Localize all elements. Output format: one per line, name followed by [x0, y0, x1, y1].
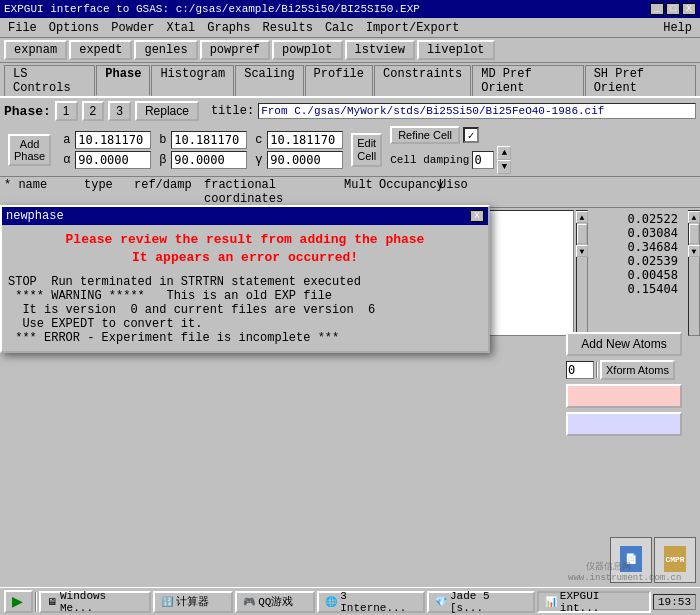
add-new-atoms-button[interactable]: Add New Atoms — [566, 332, 682, 356]
cell-damping-label: Cell damping — [390, 154, 469, 166]
scroll-down-button[interactable]: ▼ — [576, 245, 588, 257]
taskbar-expgui[interactable]: 📊 EXPGUI int... — [537, 591, 651, 613]
col-type: type — [84, 178, 134, 206]
misc-value-2: 0.03084 — [590, 226, 686, 240]
taskbar-windows-label: Windows Me... — [60, 590, 143, 614]
beta-input[interactable] — [171, 151, 247, 169]
menu-calc[interactable]: Calc — [319, 19, 360, 37]
a-input[interactable]: 10.181170 — [75, 131, 151, 149]
tab-phase[interactable]: Phase — [96, 65, 150, 96]
tab-ls-controls[interactable]: LS Controls — [4, 65, 95, 96]
c-input[interactable] — [267, 131, 343, 149]
tab-profile[interactable]: Profile — [305, 65, 373, 96]
powplot-button[interactable]: powplot — [272, 40, 342, 60]
taskbar: ▶ 🖥 Windows Me... 🔢 计算器 🎮 QQ游戏 🌐 3 Inter… — [0, 587, 700, 615]
gamma-input[interactable] — [267, 151, 343, 169]
b-label: b — [159, 133, 169, 147]
expedt-button[interactable]: expedt — [69, 40, 132, 60]
xform-atoms-button[interactable]: Xform Atoms — [600, 360, 675, 380]
taskbar-qq[interactable]: 🎮 QQ游戏 — [235, 591, 315, 613]
dialog-error-line1: Please review the result from adding the… — [8, 231, 482, 249]
c-label: c — [255, 133, 265, 147]
misc-value-6: 0.15404 — [590, 282, 686, 296]
pink-box — [566, 384, 682, 408]
refine-cell-button[interactable]: Refine Cell — [390, 126, 460, 144]
dialog-console: STOP Run terminated in STRTRN statement … — [8, 275, 482, 345]
taskbar-jade-label: Jade 5 [s... — [450, 590, 527, 614]
start-button[interactable]: ▶ — [4, 590, 33, 613]
menu-help[interactable]: Help — [657, 19, 698, 37]
damping-down-button[interactable]: ▼ — [497, 160, 511, 174]
dialog-title: newphase — [6, 209, 64, 223]
menu-xtal[interactable]: Xtal — [160, 19, 201, 37]
menu-results[interactable]: Results — [256, 19, 318, 37]
tab-md-pref[interactable]: MD Pref Orient — [472, 65, 583, 96]
edit-cell-button[interactable]: Edit Cell — [351, 133, 382, 167]
col-uiso: Uiso — [439, 178, 479, 206]
taskbar-expgui-label: EXPGUI int... — [560, 590, 643, 614]
cell-damping-input[interactable] — [472, 151, 494, 169]
dialog-close-button[interactable]: X — [470, 210, 484, 222]
tab-constraints[interactable]: Constraints — [374, 65, 471, 96]
menu-importexport[interactable]: Import/Export — [360, 19, 466, 37]
table-header: * name type ref/damp fractional coordina… — [0, 176, 700, 208]
taskbar-jade[interactable]: 💎 Jade 5 [s... — [427, 591, 535, 613]
beta-label: β — [159, 153, 169, 167]
refine-cell-checkbox[interactable]: ✓ — [463, 127, 479, 143]
maximize-button[interactable]: □ — [666, 3, 680, 15]
close-window-button[interactable]: X — [682, 3, 696, 15]
taskbar-calculator[interactable]: 🔢 计算器 — [153, 591, 233, 613]
gamma-label: γ — [255, 153, 265, 167]
minimize-button[interactable]: _ — [650, 3, 664, 15]
genles-button[interactable]: genles — [134, 40, 197, 60]
dialog-error-text: Please review the result from adding the… — [8, 231, 482, 267]
taskbar-calc-label: 计算器 — [176, 594, 209, 609]
misc-scroll-down[interactable]: ▼ — [688, 245, 700, 257]
a-label: a — [63, 133, 73, 147]
tab-sh-pref[interactable]: SH Pref Orient — [585, 65, 696, 96]
col-refdamp: ref/damp — [134, 178, 204, 206]
scroll-up-button[interactable]: ▲ — [576, 211, 588, 223]
misc-scrollbar[interactable]: ▲ ▼ — [688, 210, 700, 336]
title-value[interactable]: From C./gsas/MyWork/stds/Bi25Si50/Bi25Fe… — [258, 103, 696, 119]
menu-powder[interactable]: Powder — [105, 19, 160, 37]
blue-box — [566, 412, 682, 436]
alpha-input[interactable]: 90.0000 — [75, 151, 151, 169]
phase-2-button[interactable]: 2 — [82, 101, 105, 121]
title-bar-buttons: _ □ X — [650, 3, 696, 15]
col-frac-coords: fractional coordinates — [204, 178, 344, 206]
replace-button[interactable]: Replace — [135, 101, 199, 121]
xform-input[interactable] — [566, 361, 594, 379]
taskbar-windows[interactable]: 🖥 Windows Me... — [39, 591, 151, 613]
lstview-button[interactable]: lstview — [345, 40, 415, 60]
add-phase-button[interactable]: Add Phase — [8, 134, 51, 166]
dialog-titlebar: newphase X — [2, 207, 488, 225]
liveplot-button[interactable]: liveplot — [417, 40, 495, 60]
damping-up-button[interactable]: ▲ — [497, 146, 511, 160]
phase-3-button[interactable]: 3 — [108, 101, 131, 121]
taskbar-internet[interactable]: 🌐 3 Interne... — [317, 591, 425, 613]
menu-file[interactable]: File — [2, 19, 43, 37]
tab-scaling[interactable]: Scaling — [235, 65, 303, 96]
col-occupancy: Occupancy — [379, 178, 439, 206]
scroll-thumb[interactable] — [577, 224, 587, 244]
title-label: title: — [211, 104, 254, 118]
taskbar-internet-label: 3 Interne... — [340, 590, 417, 614]
misc-scroll-thumb[interactable] — [689, 224, 699, 244]
misc-scroll-up[interactable]: ▲ — [688, 211, 700, 223]
col-name: * name — [4, 178, 84, 206]
powpref-button[interactable]: powpref — [200, 40, 270, 60]
menu-bar: File Options Powder Xtal Graphs Results … — [0, 18, 700, 38]
menu-options[interactable]: Options — [43, 19, 105, 37]
expnam-button[interactable]: expnam — [4, 40, 67, 60]
tab-strip: LS Controls Phase Histogram Scaling Prof… — [0, 63, 700, 96]
b-input[interactable] — [171, 131, 247, 149]
phase-label: Phase: — [4, 104, 51, 119]
phase-1-button[interactable]: 1 — [55, 101, 78, 121]
title-bar: EXPGUI interface to GSAS: c:/gsas/exampl… — [0, 0, 700, 18]
alpha-label: α — [63, 153, 73, 167]
menu-graphs[interactable]: Graphs — [201, 19, 256, 37]
table-scrollbar[interactable]: ▲ ▼ — [576, 210, 588, 336]
tab-histogram[interactable]: Histogram — [151, 65, 234, 96]
misc-value-1: 0.02522 — [590, 212, 686, 226]
